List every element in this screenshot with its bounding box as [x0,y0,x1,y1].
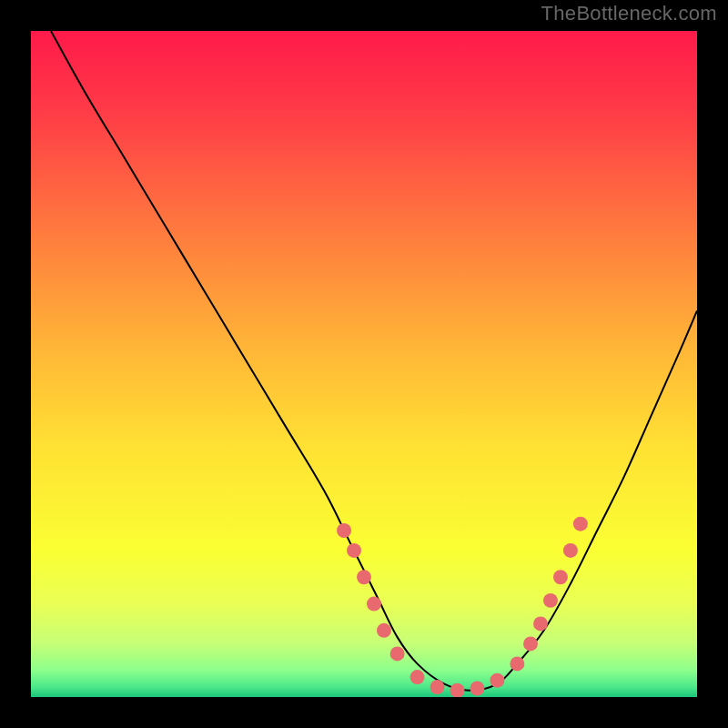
optimal-region-points [337,517,588,697]
marker-dot [543,593,558,608]
marker-dot [563,543,578,558]
marker-dot [337,523,351,538]
marker-dot [410,670,425,684]
chart-frame: TheBottleneck.com [0,0,728,728]
marker-dot [347,543,361,558]
marker-dot [523,636,538,651]
marker-dot [553,570,568,584]
plot-area [31,31,697,697]
curve-overlay [31,31,697,697]
marker-dot [430,680,445,694]
marker-dot [510,656,524,671]
marker-dot [490,673,504,688]
marker-dot [367,597,381,612]
bottleneck-curve [51,31,697,691]
marker-dot [357,570,371,584]
marker-dot [470,682,484,696]
marker-dot [573,517,588,531]
marker-dot [377,623,391,638]
watermark-text: TheBottleneck.com [541,2,717,25]
marker-dot [390,646,405,661]
marker-dot [450,683,465,697]
marker-dot [533,617,548,632]
